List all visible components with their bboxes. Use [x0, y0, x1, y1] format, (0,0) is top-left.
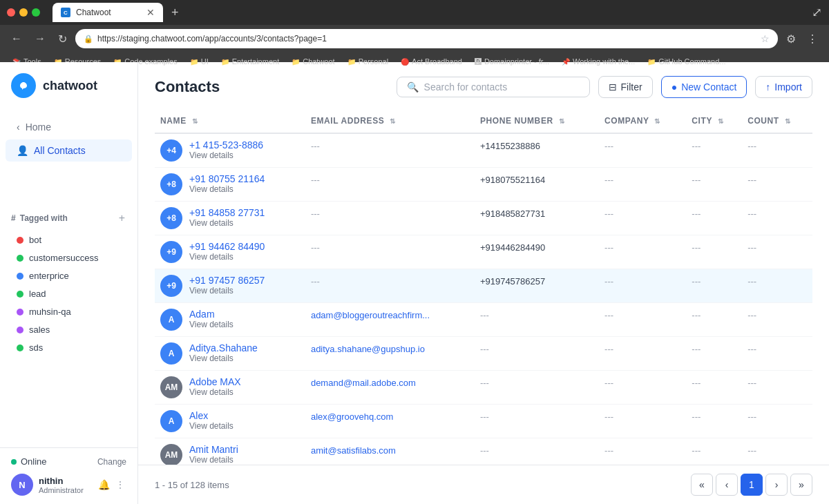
contact-name[interactable]: Amit Mantri: [189, 444, 238, 455]
email-link[interactable]: aditya.shahane@gupshup.io: [311, 344, 425, 354]
tag-dot-enterprice: [17, 273, 23, 280]
contacts-header: Contacts 🔍 ⊟ Filter ● New Contact ↑ Impo…: [138, 62, 829, 98]
country-dash: ---: [747, 141, 756, 151]
col-country[interactable]: COUNT ⇅: [742, 109, 812, 133]
filter-label: Filter: [621, 81, 642, 93]
reload-button[interactable]: ↻: [54, 30, 71, 48]
tag-item-lead[interactable]: lead: [11, 285, 126, 302]
contact-cell: A Alex View details: [160, 410, 300, 432]
view-details-link[interactable]: View details: [189, 252, 265, 262]
email-link[interactable]: adam@bloggeroutreachfirm...: [311, 310, 430, 320]
maximize-dot[interactable]: [32, 8, 40, 17]
view-details-link[interactable]: View details: [189, 455, 238, 465]
last-page-button[interactable]: »: [790, 474, 812, 496]
menu-button[interactable]: ⋮: [803, 30, 822, 48]
minimize-dot[interactable]: [19, 8, 28, 17]
section-title-text: Tagged with: [20, 213, 68, 223]
user-info: nithin Administrator: [39, 476, 91, 494]
table-row: +8 +91 80755 21164 View details --- +918…: [155, 168, 812, 202]
email-link[interactable]: demand@mail.adobe.com: [311, 378, 416, 388]
tag-item-muhsin-qa[interactable]: muhsin-qa: [11, 303, 126, 320]
extensions-button[interactable]: ⚙: [782, 30, 800, 48]
view-details-link[interactable]: View details: [189, 184, 265, 194]
col-city[interactable]: CITY ⇅: [686, 109, 742, 133]
company-dash: ---: [604, 175, 613, 185]
col-phone[interactable]: PHONE NUMBER ⇅: [475, 109, 599, 133]
view-details-link[interactable]: View details: [189, 320, 234, 329]
contact-name[interactable]: Alex: [189, 410, 234, 421]
contact-name[interactable]: +91 94462 84490: [189, 241, 265, 252]
contact-name-cell: +8 +91 84858 27731 View details: [155, 202, 305, 235]
email-link[interactable]: alex@groovehq.com: [311, 411, 393, 422]
col-email-label: EMAIL ADDRESS: [311, 116, 384, 126]
city-dash: ---: [692, 411, 701, 422]
search-bar[interactable]: 🔍: [397, 77, 590, 97]
view-details-link[interactable]: View details: [189, 151, 263, 160]
import-button[interactable]: ↑ Import: [755, 76, 812, 98]
view-details-link[interactable]: View details: [189, 353, 258, 363]
city-dash: ---: [692, 175, 701, 185]
contact-name[interactable]: +91 80755 21164: [189, 173, 265, 184]
col-name[interactable]: NAME ⇅: [155, 109, 305, 133]
tag-item-sales[interactable]: sales: [11, 321, 126, 338]
tag-item-bot[interactable]: bot: [11, 231, 126, 249]
header-actions: 🔍 ⊟ Filter ● New Contact ↑ Import: [397, 76, 812, 98]
restore-icon[interactable]: ⤢: [812, 5, 822, 20]
new-contact-button[interactable]: ● New Contact: [661, 76, 747, 98]
tag-item-enterprice[interactable]: enterprice: [11, 267, 126, 284]
change-status-button[interactable]: Change: [97, 457, 126, 467]
prev-page-button[interactable]: ‹: [716, 474, 738, 496]
hash-icon: #: [11, 213, 16, 223]
new-tab-button[interactable]: +: [171, 6, 179, 20]
sidebar-footer: Online Change N nithin Administrator 🔔 ⋮: [0, 447, 137, 504]
phone-cell: +919745786257: [475, 269, 599, 303]
tag-dot-sds: [17, 345, 23, 351]
col-email[interactable]: EMAIL ADDRESS ⇅: [305, 109, 475, 133]
email-link[interactable]: amit@satisfilabs.com: [311, 445, 396, 456]
forward-button[interactable]: →: [30, 30, 50, 48]
contact-name[interactable]: Aditya.Shahane: [189, 342, 258, 353]
company-dash: ---: [604, 276, 613, 287]
contacts-tbody: +4 +1 415-523-8886 View details --- +141…: [155, 133, 812, 465]
view-details-link[interactable]: View details: [189, 387, 241, 397]
sidebar-item-contacts[interactable]: 👤 All Contacts: [6, 139, 132, 162]
browser-tab[interactable]: C Chatwoot ✕: [53, 3, 163, 22]
city-dash: ---: [692, 344, 701, 354]
contact-name[interactable]: +91 97457 86257: [189, 275, 265, 286]
address-bar[interactable]: 🔒 https://staging.chatwoot.com/app/accou…: [75, 29, 778, 48]
phone-cell: ---: [475, 405, 599, 438]
tag-item-customersuccess[interactable]: customersuccess: [11, 249, 126, 266]
close-dot[interactable]: [7, 8, 15, 17]
first-page-button[interactable]: «: [691, 474, 713, 496]
search-input[interactable]: [424, 81, 580, 93]
table-row: A Adam View details adam@bloggeroutreach…: [155, 303, 812, 337]
view-details-link[interactable]: View details: [189, 421, 234, 431]
next-page-button[interactable]: ›: [765, 474, 788, 496]
phone-text: +919745786257: [480, 276, 545, 287]
contact-name[interactable]: Adam: [189, 309, 234, 320]
view-details-link[interactable]: View details: [189, 218, 265, 228]
tab-close-icon[interactable]: ✕: [146, 7, 155, 18]
col-company[interactable]: COMPANY ⇅: [599, 109, 686, 133]
more-options-button[interactable]: ⋮: [114, 478, 126, 492]
section-title: # Tagged with: [11, 213, 68, 223]
back-button[interactable]: ←: [7, 30, 26, 48]
tag-item-sds[interactable]: sds: [11, 339, 126, 356]
contact-cell: +8 +91 80755 21164 View details: [160, 173, 300, 195]
sidebar-item-home[interactable]: ‹ Home: [6, 116, 132, 138]
tab-title: Chatwoot: [76, 8, 111, 17]
contact-name[interactable]: Adobe MAX: [189, 376, 241, 387]
company-cell: ---: [599, 269, 686, 303]
city-dash: ---: [692, 445, 701, 456]
notifications-button[interactable]: 🔔: [97, 478, 111, 492]
bookmark-star-icon[interactable]: ☆: [761, 33, 770, 44]
add-tag-button[interactable]: +: [117, 211, 126, 226]
filter-button[interactable]: ⊟ Filter: [598, 76, 653, 98]
page-1-button[interactable]: 1: [741, 474, 763, 496]
view-details-link[interactable]: View details: [189, 286, 265, 295]
contact-name[interactable]: +91 84858 27731: [189, 207, 265, 218]
contact-name-cell: A Aditya.Shahane View details: [155, 337, 305, 371]
contact-cell: A Aditya.Shahane View details: [160, 342, 300, 365]
contact-name[interactable]: +1 415-523-8886: [189, 139, 263, 151]
status-label: Online: [21, 456, 47, 467]
